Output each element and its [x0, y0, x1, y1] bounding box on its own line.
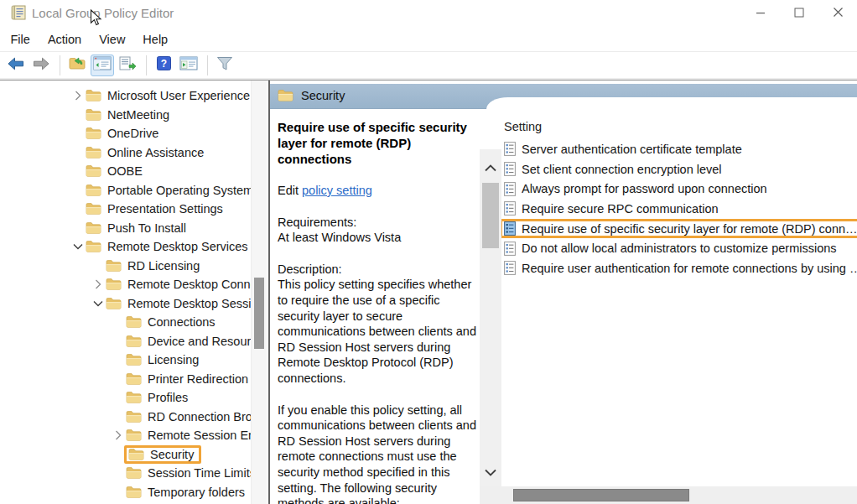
setting-row-server-authentication-certificate-templa[interactable]: Server authentication certificate templa…: [501, 139, 857, 159]
toolbar-export-list-button[interactable]: [116, 55, 139, 76]
toolbar-filter-button[interactable]: [213, 55, 236, 76]
tree-item-device-and-resource-redirection[interactable]: Device and Resource Redirection: [0, 332, 251, 351]
console-tree-icon: [93, 56, 112, 74]
tree-item-session-time-limits[interactable]: Session Time Limits: [0, 464, 251, 483]
tree-item-target[interactable]: NetMeeting: [86, 106, 169, 124]
folder-icon: [106, 297, 122, 310]
toolbar-back-button[interactable]: [4, 55, 28, 76]
policy-title: Require use of specific security layer f…: [278, 119, 480, 167]
folder-icon: [86, 164, 101, 178]
setting-row-require-user-authentication-for-remote-c[interactable]: Require user authentication for remote c…: [501, 258, 857, 278]
tree-item-target[interactable]: Remote Session Environment: [126, 426, 251, 444]
requirements-value: At least Windows Vista: [278, 230, 480, 246]
tree-item-licensing[interactable]: Licensing: [0, 351, 251, 370]
tree-item-target[interactable]: Device and Resource Redirection: [126, 332, 251, 351]
tree-item-target[interactable]: OneDrive: [86, 124, 158, 143]
edit-policy-setting-link[interactable]: policy setting: [302, 184, 372, 197]
folder-icon: [126, 410, 142, 423]
tree-item-highlight-box[interactable]: Security: [124, 445, 201, 464]
chevron-down-icon[interactable]: [70, 243, 86, 250]
tree-item-printer-redirection[interactable]: Printer Redirection: [0, 370, 251, 389]
folder-icon: [126, 315, 142, 329]
chevron-down-icon[interactable]: [91, 300, 106, 307]
setting-row-do-not-allow-local-administrators-to-cus[interactable]: Do not allow local administrators to cus…: [501, 238, 857, 258]
tree-scrollbar-thumb[interactable]: [254, 278, 264, 349]
details-vertical-scrollbar[interactable]: [480, 149, 501, 486]
toolbar: ?: [0, 52, 857, 80]
maximize-button[interactable]: [780, 0, 818, 26]
toolbar-up-folder-button[interactable]: [65, 55, 89, 76]
setting-label: Set client connection encryption level: [522, 163, 857, 176]
tree-item-security[interactable]: Security: [0, 445, 251, 465]
tree-item-presentation-settings[interactable]: Presentation Settings: [0, 200, 251, 219]
setting-row-require-use-of-specific-security-layer-f[interactable]: Require use of specific security layer f…: [501, 219, 857, 239]
minimize-button[interactable]: [741, 0, 780, 26]
tree-item-microsoft-user-experience[interactable]: Microsoft User Experience: [0, 86, 251, 106]
horizontal-scrollbar-thumb[interactable]: [513, 489, 689, 501]
tree-item-target[interactable]: Licensing: [126, 351, 199, 369]
tree-item-push-to-install[interactable]: Push To Install: [0, 219, 251, 238]
tree-item-label: Microsoft User Experience: [107, 89, 250, 102]
setting-row-set-client-connection-encryption-level[interactable]: Set client connection encryption level: [501, 159, 857, 179]
tree-item-profiles[interactable]: Profiles: [0, 388, 251, 408]
tree-item-temporary-folders[interactable]: Temporary folders: [0, 483, 251, 502]
close-button[interactable]: [818, 0, 857, 26]
details-scrollbar-thumb[interactable]: [482, 183, 499, 248]
chevron-right-icon[interactable]: [111, 430, 126, 440]
tree-item-portable-operating-system[interactable]: Portable Operating System: [0, 181, 251, 200]
toolbar-console-tree-button[interactable]: [91, 55, 114, 76]
tree-item-online-assistance[interactable]: Online Assistance: [0, 143, 251, 163]
tree-item-target[interactable]: Remote Desktop Connection Client: [106, 275, 251, 294]
scroll-down-chevron-icon[interactable]: [485, 465, 496, 480]
tree-item-target[interactable]: Presentation Settings: [86, 200, 223, 218]
folder-icon: [106, 259, 122, 273]
tree-item-target[interactable]: Temporary folders: [126, 483, 245, 501]
menu-action[interactable]: Action: [39, 27, 90, 51]
tree-item-target[interactable]: RD Connection Broker: [126, 408, 251, 426]
tree-item-target[interactable]: Session Time Limits: [126, 464, 251, 482]
tree-item-remote-desktop-connection-client[interactable]: Remote Desktop Connection Client: [0, 275, 251, 294]
tree-item-remote-session-environment[interactable]: Remote Session Environment: [0, 426, 251, 445]
tree-item-label: Presentation Settings: [107, 202, 223, 216]
tree-item-target[interactable]: Profiles: [126, 388, 188, 407]
tree-item-target[interactable]: Microsoft User Experience: [86, 86, 250, 105]
setting-row-always-prompt-for-password-upon-connecti[interactable]: Always prompt for password upon connecti…: [501, 179, 857, 199]
tree-item-rd-connection-broker[interactable]: RD Connection Broker: [0, 408, 251, 427]
tree-item-label: Remote Desktop Connection Client: [127, 278, 251, 291]
tree-item-label: Profiles: [148, 391, 188, 404]
tree-item-label: Session Time Limits: [148, 466, 251, 480]
tree-item-target[interactable]: OOBE: [86, 162, 143, 180]
tree-item-target[interactable]: Printer Redirection: [126, 370, 248, 388]
chevron-right-icon[interactable]: [70, 91, 86, 101]
toolbar-extended-view-button[interactable]: [177, 55, 200, 76]
setting-column-header[interactable]: Setting: [501, 116, 857, 138]
toolbar-help-button[interactable]: ?: [152, 55, 175, 76]
tree-item-onedrive[interactable]: OneDrive: [0, 124, 251, 143]
chevron-right-icon[interactable]: [91, 279, 106, 289]
settings-horizontal-scrollbar[interactable]: [480, 486, 857, 504]
settings-list-pane: Setting Server authentication certificat…: [501, 114, 857, 486]
tree-item-target[interactable]: Remote Desktop Services: [86, 237, 248, 256]
tree-item-target[interactable]: Online Assistance: [86, 143, 204, 162]
menu-file[interactable]: File: [2, 27, 39, 51]
tree-item-target[interactable]: Portable Operating System: [86, 181, 251, 200]
tree-item-rd-licensing[interactable]: RD Licensing: [0, 257, 251, 276]
tree-item-target[interactable]: Connections: [126, 313, 216, 331]
menu-help[interactable]: Help: [134, 27, 177, 51]
folder-icon: [86, 184, 101, 197]
tree-item-connections[interactable]: Connections: [0, 313, 251, 332]
scroll-up-chevron-icon[interactable]: [485, 160, 496, 175]
tree-item-netmeeting[interactable]: NetMeeting: [0, 106, 251, 125]
menu-view[interactable]: View: [91, 27, 134, 51]
tree-vertical-scrollbar[interactable]: [251, 81, 267, 504]
setting-row-require-secure-rpc-communication[interactable]: Require secure RPC communication: [501, 199, 857, 219]
tree-item-label: Portable Operating System: [107, 184, 251, 197]
folder-icon: [86, 146, 101, 159]
tree-item-remote-desktop-services[interactable]: Remote Desktop Services: [0, 237, 251, 257]
tree-item-oobe[interactable]: OOBE: [0, 162, 251, 181]
tree-item-remote-desktop-session-host[interactable]: Remote Desktop Session Host: [0, 294, 251, 314]
toolbar-forward-button[interactable]: [29, 55, 53, 76]
tree-item-target[interactable]: Push To Install: [86, 219, 186, 237]
tree-item-target[interactable]: Remote Desktop Session Host: [106, 294, 251, 313]
tree-item-target[interactable]: RD Licensing: [106, 257, 200, 275]
